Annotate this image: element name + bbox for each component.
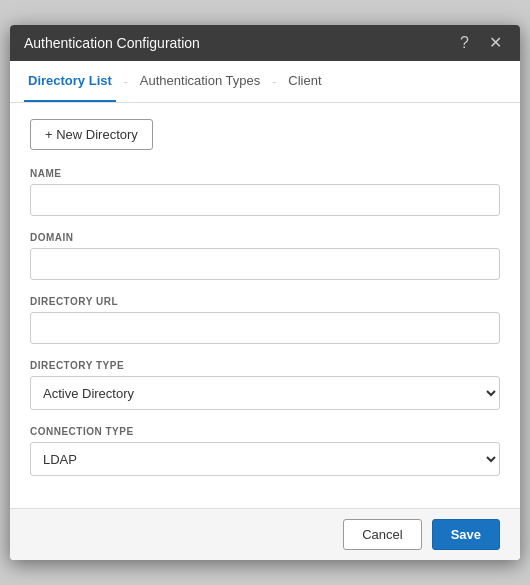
connection-type-select[interactable]: LDAP LDAPS (30, 442, 500, 476)
save-button[interactable]: Save (432, 519, 500, 550)
modal-title: Authentication Configuration (24, 35, 200, 51)
domain-input[interactable] (30, 248, 500, 280)
directory-type-label: DIRECTORY TYPE (30, 360, 500, 371)
directory-type-select[interactable]: Active Directory OpenLDAP eDirectory (30, 376, 500, 410)
header-actions: ? ✕ (456, 35, 506, 51)
help-button[interactable]: ? (456, 35, 473, 51)
name-label: NAME (30, 168, 500, 179)
cancel-button[interactable]: Cancel (343, 519, 421, 550)
tabs-bar: Directory List - Authentication Types - … (10, 61, 520, 103)
name-input[interactable] (30, 184, 500, 216)
tab-separator-2: - (264, 75, 284, 89)
new-directory-button[interactable]: + New Directory (30, 119, 153, 150)
connection-type-group: CONNECTION TYPE LDAP LDAPS (30, 426, 500, 476)
domain-label: DOMAIN (30, 232, 500, 243)
directory-url-input[interactable] (30, 312, 500, 344)
modal-header: Authentication Configuration ? ✕ (10, 25, 520, 61)
directory-url-group: DIRECTORY URL (30, 296, 500, 344)
close-button[interactable]: ✕ (485, 35, 506, 51)
domain-group: DOMAIN (30, 232, 500, 280)
modal-body: + New Directory NAME DOMAIN DIRECTORY UR… (10, 103, 520, 508)
authentication-config-modal: Authentication Configuration ? ✕ Directo… (10, 25, 520, 560)
tab-directory-list[interactable]: Directory List (24, 61, 116, 102)
connection-type-label: CONNECTION TYPE (30, 426, 500, 437)
name-group: NAME (30, 168, 500, 216)
tab-authentication-types[interactable]: Authentication Types (136, 61, 264, 102)
tab-client[interactable]: Client (284, 61, 325, 102)
directory-url-label: DIRECTORY URL (30, 296, 500, 307)
modal-footer: Cancel Save (10, 508, 520, 560)
tab-separator-1: - (116, 75, 136, 89)
directory-type-group: DIRECTORY TYPE Active Directory OpenLDAP… (30, 360, 500, 410)
